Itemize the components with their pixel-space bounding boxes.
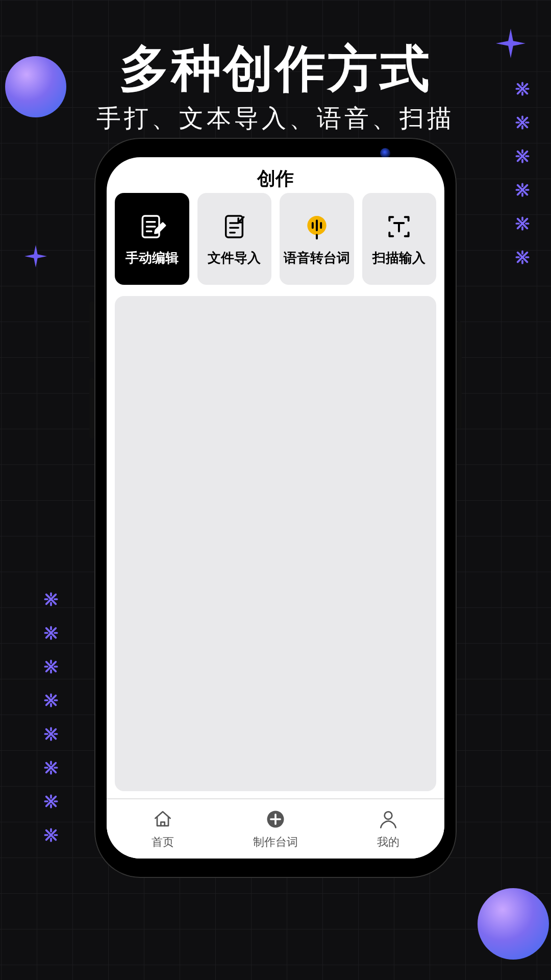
orb-decoration [478,888,549,960]
svg-rect-1 [226,216,243,237]
nav-create[interactable]: 制作台词 [219,799,332,859]
phone-side-button [89,301,94,362]
nav-label: 首页 [152,835,174,850]
mode-card-file[interactable]: 文件导入 [197,193,272,285]
mode-label: 语音转台词 [284,249,350,267]
voice-icon [302,211,332,242]
phone-side-button [89,378,94,439]
phone-mockup: 创作 手动编辑 [94,138,457,878]
bottom-navbar: 首页 制作台词 [107,798,444,859]
sparkle-icon [496,29,525,58]
promo-headline: 多种创作方式 [0,36,551,103]
phone-screen: 创作 手动编辑 [107,157,444,859]
sparkle-icon [24,245,47,267]
edit-note-icon [137,211,167,242]
add-circle-icon [264,808,287,834]
svg-point-4 [384,812,392,819]
nav-profile[interactable]: 我的 [332,799,444,859]
mode-label: 手动编辑 [126,249,179,267]
profile-icon [377,808,399,834]
scan-text-icon [384,211,414,242]
promo-subhead: 手打、文本导入、语音、扫描 [0,102,551,135]
creation-mode-row: 手动编辑 文件导入 [107,193,444,285]
mode-label: 扫描输入 [372,249,425,267]
page-title: 创作 [107,157,444,193]
orb-decoration [5,56,66,117]
mode-card-voice[interactable]: 语音转台词 [280,193,354,285]
mode-card-manual[interactable]: 手动编辑 [115,193,189,285]
nav-home[interactable]: 首页 [107,799,219,859]
x-glyph-column [44,592,58,842]
nav-label: 我的 [377,835,399,850]
file-import-icon [219,211,249,242]
phone-camera-dot [380,148,390,158]
x-glyph-column [515,82,530,264]
editor-canvas[interactable] [115,296,436,791]
phone-side-button [457,322,462,429]
nav-label: 制作台词 [253,835,298,850]
mode-card-scan[interactable]: 扫描输入 [362,193,437,285]
home-icon [152,808,174,834]
mode-label: 文件导入 [208,249,261,267]
